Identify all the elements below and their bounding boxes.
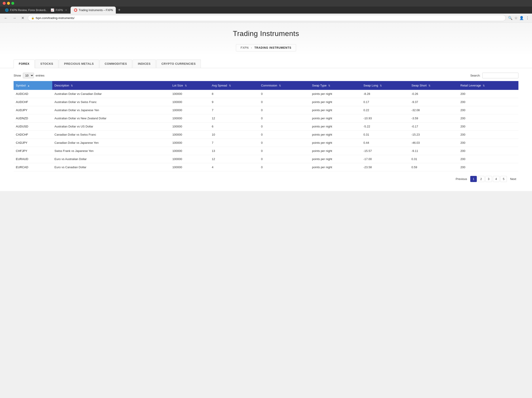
table-row: AUDJPY Australian Dollar vs Japanese Yen…	[13, 106, 519, 114]
cell-retail-leverage-7: 200	[458, 147, 519, 155]
tab2-close[interactable]: ✕	[65, 9, 67, 11]
breadcrumb-separator: ›	[251, 46, 252, 49]
cell-symbol-2: AUDJPY	[13, 106, 52, 114]
search-button[interactable]: 🔍	[508, 16, 513, 20]
minimize-traffic-light[interactable]	[7, 2, 10, 5]
page-btn-4[interactable]: 4	[493, 176, 500, 182]
prev-button[interactable]: Previous	[454, 176, 469, 182]
sort-icon-commission: ⇅	[279, 84, 281, 87]
breadcrumb-home[interactable]: FXPN	[241, 46, 249, 49]
cell-symbol-1: AUDCHF	[13, 98, 52, 106]
cell-swap-type-7: points per night	[310, 147, 361, 155]
next-button[interactable]: Next	[508, 176, 519, 182]
cell-commission-3: 0	[259, 114, 310, 123]
cell-description-7: Swiss Frank vs Japanese Yen	[52, 147, 170, 155]
page-btn-2[interactable]: 2	[478, 176, 484, 182]
cell-swap-type-8: points per night	[310, 155, 361, 163]
cell-swap-short-7: -9.11	[409, 147, 458, 155]
forward-button[interactable]: →	[11, 15, 18, 21]
page-btn-5[interactable]: 5	[500, 176, 507, 182]
maximize-traffic-light[interactable]	[11, 2, 14, 5]
cell-swap-type-1: points per night	[310, 98, 361, 106]
cell-avg-spread-5: 10	[209, 131, 259, 139]
cell-retail-leverage-9: 200	[458, 163, 519, 171]
cell-avg-spread-9: 4	[209, 163, 259, 171]
cell-commission-8: 0	[259, 155, 310, 163]
cell-commission-6: 0	[259, 139, 310, 147]
lock-icon: 🔒	[31, 17, 34, 20]
tab-forex[interactable]: FOREX	[13, 59, 35, 68]
page-btn-3[interactable]: 3	[485, 176, 492, 182]
cell-swap-type-4: points per night	[310, 123, 361, 131]
col-description[interactable]: Description ⇅	[52, 81, 170, 90]
tab-crypto[interactable]: CRYPTO CURRENCIES	[156, 59, 201, 68]
col-lot-size[interactable]: Lot Size ⇅	[170, 81, 209, 90]
col-retail-leverage[interactable]: Retail Leverage ⇅	[458, 81, 519, 90]
cell-description-8: Euro vs Australian Dollar	[52, 155, 170, 163]
page-btn-1[interactable]: 1	[470, 176, 477, 182]
table-row: AUDNZD Australian Dollar vs New Zealand …	[13, 114, 519, 123]
tab-commodities[interactable]: COMMODITIES	[100, 59, 132, 68]
table-row: CADJPY Canadian Dollar vs Japanese Yen 1…	[13, 139, 519, 147]
cell-description-9: Euro vs Canadian Dollar	[52, 163, 170, 171]
col-commission[interactable]: Commission ⇅	[259, 81, 310, 90]
col-swap-long[interactable]: Swap Long ⇅	[361, 81, 409, 90]
reload-button[interactable]: ✕	[20, 15, 25, 21]
cell-retail-leverage-5: 200	[458, 131, 519, 139]
tab-stocks[interactable]: STOCKS	[35, 59, 58, 68]
cell-lot-size-5: 100000	[170, 131, 209, 139]
col-swap-short[interactable]: Swap Short ⇅	[409, 81, 458, 90]
address-text: fxpn.com/trading-instruments/	[36, 16, 74, 20]
sort-icon-lot-size: ⇅	[185, 84, 187, 87]
address-input-container[interactable]: 🔒 fxpn.com/trading-instruments/	[28, 15, 506, 21]
cell-commission-9: 0	[259, 163, 310, 171]
cell-commission-1: 0	[259, 98, 310, 106]
sort-icon-symbol: ▲	[27, 84, 30, 87]
table-body: AUDCAD Australian Dollar vs Canadian Dol…	[13, 90, 519, 171]
cell-swap-type-9: points per night	[310, 163, 361, 171]
cell-swap-long-4: -5.22	[361, 123, 409, 131]
cell-swap-short-5: -15.23	[409, 131, 458, 139]
table-row: AUDCAD Australian Dollar vs Canadian Dol…	[13, 90, 519, 98]
table-row: CHFJPY Swiss Frank vs Japanese Yen 10000…	[13, 147, 519, 155]
col-symbol[interactable]: Symbol ▲	[13, 81, 52, 90]
new-tab-button[interactable]: +	[116, 7, 122, 13]
tab3-favicon: ⭕	[74, 8, 77, 12]
browser-tab-3[interactable]: ⭕ Trading Instruments – FXPN ✕	[70, 7, 116, 13]
col-avg-spread[interactable]: Avg Spread ⇅	[209, 81, 259, 90]
table-controls: Show 10 25 50 entries Search:	[13, 73, 519, 78]
cell-swap-type-3: points per night	[310, 114, 361, 123]
search-input[interactable]	[482, 73, 519, 78]
cell-swap-type-5: points per night	[310, 131, 361, 139]
table-row: CADCHF Canadian Dollar vs Swiss Franc 10…	[13, 131, 519, 139]
browser-tab-1[interactable]: 🌐 FXPN Review, Forex Broker&... ✕	[2, 7, 47, 13]
col-swap-type[interactable]: Swap Type ⇅	[310, 81, 361, 90]
tab-precious-metals[interactable]: PRECIOUS METALS	[59, 59, 99, 68]
instrument-tabs: FOREX STOCKS PRECIOUS METALS COMMODITIES…	[0, 56, 532, 68]
cell-avg-spread-3: 12	[209, 114, 259, 123]
tab3-close[interactable]: ✕	[115, 9, 116, 11]
cell-lot-size-1: 100000	[170, 98, 209, 106]
page-header: Trading Instruments FXPN › TRADING INSTR…	[0, 23, 532, 56]
cell-symbol-8: EURAUD	[13, 155, 52, 163]
cell-lot-size-2: 100000	[170, 106, 209, 114]
cell-commission-5: 0	[259, 131, 310, 139]
cell-lot-size-3: 100000	[170, 114, 209, 123]
cell-retail-leverage-8: 200	[458, 155, 519, 163]
cell-swap-short-4: -0.17	[409, 123, 458, 131]
cell-description-0: Australian Dollar vs Canadian Dollar	[52, 90, 170, 98]
browser-tab-2[interactable]: 📈 FXPN ✕	[48, 7, 70, 13]
table-section: Show 10 25 50 entries Search: Symbol ▲	[0, 68, 532, 191]
profile-button[interactable]: 👤	[519, 16, 524, 20]
browser-action-buttons: 🔍 ☆ 👤 ⋮	[508, 16, 529, 20]
close-traffic-light[interactable]	[3, 2, 6, 5]
tab-indices[interactable]: INDICES	[133, 59, 156, 68]
table-header-row: Symbol ▲ Description ⇅ Lot Size ⇅ Avg Sp…	[13, 81, 519, 90]
sort-icon-avg-spread: ⇅	[229, 84, 231, 87]
entries-select[interactable]: 10 25 50	[23, 73, 34, 78]
bookmark-button[interactable]: ☆	[514, 16, 518, 20]
cell-retail-leverage-0: 200	[458, 90, 519, 98]
menu-button[interactable]: ⋮	[526, 16, 529, 20]
back-button[interactable]: ←	[3, 15, 9, 21]
cell-symbol-9: EURCAD	[13, 163, 52, 171]
